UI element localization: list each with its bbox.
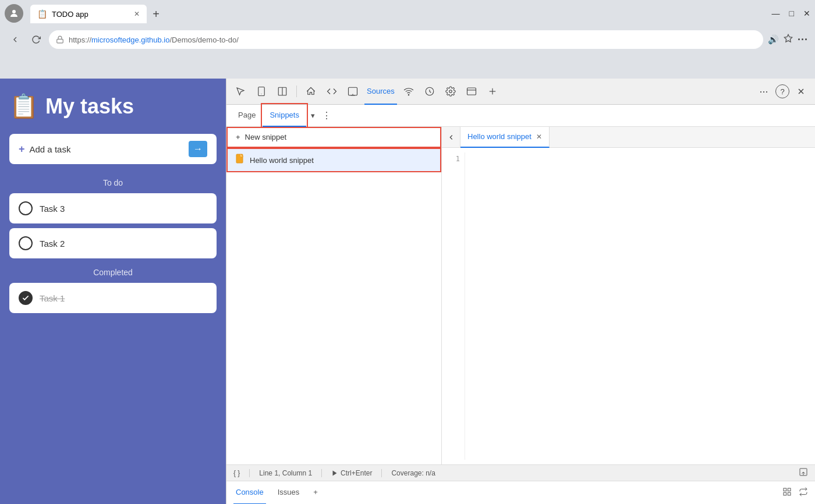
address-text: https://microsoftedge.github.io/Demos/de… <box>69 36 239 44</box>
todo-title: My tasks <box>45 94 134 119</box>
svg-marker-2 <box>784 34 792 42</box>
new-tab-button[interactable]: + <box>147 5 165 23</box>
snippet-item[interactable]: Hello world snippet <box>226 148 441 172</box>
favorites-icon[interactable] <box>784 34 793 45</box>
device-emulation-icon[interactable] <box>252 82 271 101</box>
editor-back-button[interactable] <box>442 127 460 148</box>
devtools-toolbar: Sources ··· ? <box>226 79 815 105</box>
tab-close-button[interactable]: ✕ <box>134 10 140 18</box>
bottom-tab-console[interactable]: Console <box>233 481 266 505</box>
svg-marker-20 <box>333 470 337 475</box>
task-checkbox[interactable] <box>19 236 33 250</box>
list-item[interactable]: Task 2 <box>9 228 217 258</box>
svg-rect-25 <box>788 492 791 495</box>
svg-rect-24 <box>788 488 791 491</box>
code-editor[interactable] <box>465 152 815 460</box>
refresh-button[interactable] <box>28 31 44 48</box>
todo-header: 📋 My tasks <box>9 93 217 120</box>
add-task-bar[interactable]: + Add a task → <box>9 134 217 164</box>
svg-rect-26 <box>784 492 786 495</box>
address-bar[interactable]: https://microsoftedge.github.io/Demos/de… <box>49 30 763 49</box>
back-button[interactable] <box>7 31 23 48</box>
panel-layout-icon[interactable] <box>273 82 292 101</box>
read-aloud-icon[interactable]: 🔊 <box>768 34 779 45</box>
bottom-icon-2[interactable] <box>799 487 808 499</box>
close-devtools-icon[interactable] <box>792 82 810 101</box>
tab-page[interactable]: Page <box>231 105 263 127</box>
editor-tab-bar: Hello world snippet ✕ <box>442 127 815 148</box>
new-snippet-button[interactable]: + New snippet <box>226 127 441 148</box>
add-task-label: Add a task <box>30 144 71 154</box>
devtools-panel: Sources ··· ? Page <box>226 79 815 504</box>
devtools-bottom-bar: Console Issues + <box>226 481 815 504</box>
add-task-plus-icon: + <box>19 143 25 155</box>
file-list-panel: + New snippet Hello world snippet <box>226 127 442 464</box>
toolbar-separator <box>296 86 297 97</box>
console-icon[interactable] <box>343 82 362 101</box>
subtab-more-icon[interactable]: ⋮ <box>322 110 331 121</box>
wifi-icon[interactable] <box>399 82 418 101</box>
elements-code-icon[interactable] <box>323 82 341 101</box>
todo-app: 📋 My tasks + Add a task → To do Task 3 T… <box>0 79 226 504</box>
home-icon[interactable] <box>302 82 320 101</box>
window-maximize-button[interactable]: □ <box>789 9 794 18</box>
browser-tab[interactable]: 📋 TODO app ✕ <box>30 5 147 23</box>
tab-title: TODO app <box>52 10 129 19</box>
profile-avatar[interactable] <box>5 4 23 23</box>
devtools-main: + New snippet Hello world snippet <box>226 127 815 464</box>
svg-point-12 <box>449 90 452 93</box>
coverage-label: Coverage: n/a <box>391 469 435 477</box>
settings-gear-icon[interactable] <box>441 82 460 101</box>
lock-icon <box>56 36 64 44</box>
tab-favicon: 📋 <box>37 9 47 19</box>
add-task-text: + Add a task <box>19 143 70 155</box>
line-numbers: 1 <box>442 152 465 460</box>
performance-icon[interactable] <box>420 82 439 101</box>
browser-panel-icon[interactable] <box>462 82 481 101</box>
editor-content[interactable]: 1 <box>442 148 815 464</box>
run-shortcut-label: Ctrl+Enter <box>341 469 372 477</box>
help-icon[interactable]: ? <box>775 84 789 98</box>
inspect-element-icon[interactable] <box>231 82 250 101</box>
task-checkbox-completed[interactable] <box>19 291 33 305</box>
more-tools-icon[interactable]: ··· <box>754 82 773 101</box>
editor-area: Hello world snippet ✕ 1 <box>442 127 815 464</box>
run-snippet-button[interactable]: Ctrl+Enter <box>331 469 372 477</box>
devtools-status-bar: { } Line 1, Column 1 Ctrl+Enter Coverage… <box>226 464 815 481</box>
editor-tab-label: Hello world snippet <box>467 132 531 141</box>
clipboard-icon: 📋 <box>9 93 38 120</box>
svg-point-10 <box>408 94 409 95</box>
bottom-icon-1[interactable] <box>782 487 792 499</box>
task-checkbox[interactable] <box>19 201 33 215</box>
window-close-button[interactable]: ✕ <box>803 9 810 18</box>
more-options-icon[interactable]: ··· <box>798 34 808 46</box>
svg-point-0 <box>12 10 16 13</box>
subtab-dropdown[interactable]: ▾ <box>306 111 320 120</box>
list-item[interactable]: Task 3 <box>9 193 217 223</box>
bottom-tab-issues[interactable]: Issues <box>275 481 302 505</box>
cursor-position-label: Line 1, Column 1 <box>259 469 312 477</box>
new-snippet-plus-icon: + <box>236 133 240 141</box>
list-item[interactable]: Task 1 <box>9 283 217 313</box>
add-task-submit-button[interactable]: → <box>189 141 207 157</box>
sources-tab[interactable]: Sources <box>364 79 397 105</box>
status-upload-icon[interactable] <box>799 467 808 478</box>
tab-snippets[interactable]: Snippets <box>263 105 306 127</box>
task-label: Task 3 <box>40 204 65 214</box>
line-number: 1 <box>447 155 460 163</box>
completed-section-label: Completed <box>9 268 217 277</box>
add-bottom-tab-button[interactable]: + <box>311 481 320 505</box>
svg-rect-13 <box>467 88 476 95</box>
editor-tab-hello-world[interactable]: Hello world snippet ✕ <box>460 127 550 148</box>
bottom-icons <box>782 487 808 499</box>
format-code-label[interactable]: { } <box>233 469 240 477</box>
status-separator <box>249 469 250 477</box>
add-panel-icon[interactable] <box>483 82 502 101</box>
status-separator-2 <box>321 469 322 477</box>
editor-tab-close-icon[interactable]: ✕ <box>536 133 542 141</box>
new-snippet-label: New snippet <box>245 133 287 141</box>
chevron-down-icon: ▾ <box>311 111 315 120</box>
window-minimize-button[interactable]: — <box>772 9 780 18</box>
todo-section-label: To do <box>9 178 217 187</box>
snippet-item-label: Hello world snippet <box>250 156 314 165</box>
